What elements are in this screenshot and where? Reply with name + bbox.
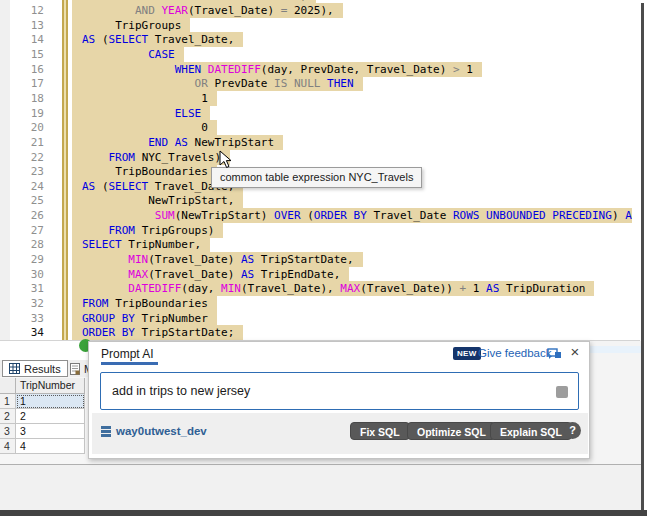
- right-panel-strip: [590, 341, 641, 464]
- code-line: 34ORDER BY TripStartDate;: [0, 325, 632, 340]
- code-line: 16 WHEN DATEDIFF(day, PrevDate, Travel_D…: [0, 62, 632, 77]
- tab-results-label: Results: [24, 363, 61, 375]
- code-line: 13 TripGroups: [0, 18, 632, 33]
- line-number: 32: [14, 296, 44, 311]
- grid-row-number[interactable]: 3: [0, 424, 16, 439]
- grid-row-number[interactable]: 4: [0, 439, 16, 454]
- prompt-ai-dialog: Prompt AI NEW Give feedback × add in tri…: [88, 341, 590, 459]
- selected-code-text: FROM NYC_Travels): [72, 150, 230, 165]
- selected-code-text: 0: [72, 120, 217, 135]
- code-line: 14AS (SELECT Travel_Date,: [0, 32, 632, 47]
- explain-sql-button[interactable]: Explain SQL: [490, 422, 572, 440]
- optimize-sql-button[interactable]: Optimize SQL: [407, 422, 496, 440]
- line-number: 12: [14, 3, 44, 18]
- line-number: 13: [14, 18, 44, 33]
- line-number: 26: [14, 208, 44, 223]
- selected-code-text: AS (SELECT Travel_Date,: [72, 32, 243, 47]
- title-underline: [101, 362, 158, 365]
- line-number: 25: [14, 193, 44, 208]
- selected-code-text: FROM TripGroups): [72, 223, 223, 238]
- selected-code-text: TripGroups: [72, 18, 190, 33]
- tab-results[interactable]: Results: [2, 360, 68, 377]
- grid-cell[interactable]: 4: [16, 439, 85, 454]
- window-border-right: [641, 3, 644, 512]
- grid-row-number[interactable]: 1: [0, 394, 16, 409]
- prompt-input[interactable]: add in trips to new jersey: [100, 372, 579, 410]
- code-line: 21 END AS NewTripStart: [0, 135, 632, 150]
- prompt-ai-title: Prompt AI: [101, 347, 154, 361]
- right-strip-band: [590, 346, 641, 353]
- grid-cell[interactable]: 1: [16, 394, 85, 409]
- selected-code-text: MAX(Travel_Date) AS TripEndDate,: [72, 267, 349, 282]
- selected-code-text: NewTripStart,: [72, 193, 243, 208]
- selected-code-text: TripBoundaries: [72, 164, 217, 179]
- feedback-chat-icon[interactable]: [547, 347, 562, 365]
- selected-code-text: CASE: [72, 47, 184, 62]
- messages-icon: [70, 363, 80, 375]
- grid-row-number[interactable]: 2: [0, 409, 16, 424]
- dialog-footer: way0utwest_dev Fix SQL Optimize SQL Expl…: [92, 413, 588, 454]
- fix-sql-button[interactable]: Fix SQL: [350, 422, 410, 440]
- grid-corner-cell[interactable]: [0, 378, 16, 394]
- selected-code-text: AND YEAR(Travel_Date) = 2025),: [72, 3, 343, 18]
- code-line: 26 SUM(NewTripStart) OVER (ORDER BY Trav…: [0, 208, 632, 223]
- mouse-cursor-icon: [219, 150, 232, 173]
- help-button[interactable]: ?: [564, 422, 581, 439]
- prompt-input-value: add in trips to new jersey: [112, 384, 250, 398]
- code-line: 32FROM TripBoundaries: [0, 296, 632, 311]
- code-line: 30 MAX(Travel_Date) AS TripEndDate,: [0, 267, 632, 282]
- quickinfo-tooltip: common table expression NYC_Travels: [211, 167, 422, 188]
- line-number: 31: [14, 281, 44, 296]
- window-background: [0, 465, 641, 510]
- line-number: 22: [14, 150, 44, 165]
- code-line: 29 MIN(Travel_Date) AS TripStartDate,: [0, 252, 632, 267]
- line-number: 23: [14, 164, 44, 179]
- line-number: 17: [14, 76, 44, 91]
- selected-code-text: MIN(Travel_Date) AS TripStartDate,: [72, 252, 363, 267]
- line-number: 20: [14, 120, 44, 135]
- code-line: 27 FROM TripGroups): [0, 223, 632, 238]
- code-line: 12 AND YEAR(Travel_Date) = 2025),: [0, 3, 632, 18]
- line-number: 21: [14, 135, 44, 150]
- line-number: 34: [14, 325, 44, 340]
- connection-label: way0utwest_dev: [101, 425, 207, 437]
- line-number: 28: [14, 237, 44, 252]
- ssms-window: 11 )12 AND YEAR(Travel_Date) = 2025),13 …: [0, 0, 647, 516]
- line-number: 33: [14, 311, 44, 326]
- code-line: 28SELECT TripNumber,: [0, 237, 632, 252]
- line-number: 14: [14, 32, 44, 47]
- line-number: 19: [14, 106, 44, 121]
- code-line: 18 1: [0, 91, 632, 106]
- selected-code-text: OR PrevDate IS NULL THEN: [72, 76, 363, 91]
- code-line: 19 ELSE: [0, 106, 632, 121]
- grid-cell[interactable]: 3: [16, 424, 85, 439]
- line-number: 15: [14, 47, 44, 62]
- code-line: 22 FROM NYC_Travels): [0, 150, 632, 165]
- line-number: 30: [14, 267, 44, 282]
- grid-column-header[interactable]: TripNumber: [16, 378, 85, 394]
- line-number: 27: [14, 223, 44, 238]
- selected-code-text: ORDER BY TripStartDate;: [72, 325, 243, 340]
- selected-code-text: 1: [72, 91, 217, 106]
- line-number: 18: [14, 91, 44, 106]
- code-line: 25 NewTripStart,: [0, 193, 632, 208]
- selected-code-text: DATEDIFF(day, MIN(Travel_Date), MAX(Trav…: [72, 281, 594, 296]
- selected-code-text: ELSE: [72, 106, 210, 121]
- results-grid-icon: [9, 363, 20, 374]
- code-line: 17 OR PrevDate IS NULL THEN: [0, 76, 632, 91]
- window-border-bottom: [0, 510, 647, 516]
- grid-cell[interactable]: 2: [16, 409, 85, 424]
- selected-code-text: GROUP BY TripNumber: [72, 311, 217, 326]
- new-badge: NEW: [453, 347, 481, 360]
- code-line: 15 CASE: [0, 47, 632, 62]
- give-feedback-link[interactable]: Give feedback: [478, 347, 552, 359]
- line-number: 24: [14, 179, 44, 194]
- submit-square-icon[interactable]: [556, 386, 568, 398]
- line-number: 29: [14, 252, 44, 267]
- code-line: 33GROUP BY TripNumber: [0, 311, 632, 326]
- selected-code-text: END AS NewTripStart: [72, 135, 283, 150]
- code-line: 20 0: [0, 120, 632, 135]
- selected-code-text: WHEN DATEDIFF(day, PrevDate, Travel_Date…: [72, 62, 482, 77]
- selected-code-text: SUM(NewTripStart) OVER (ORDER BY Travel_…: [72, 208, 632, 223]
- close-icon[interactable]: ×: [567, 343, 583, 360]
